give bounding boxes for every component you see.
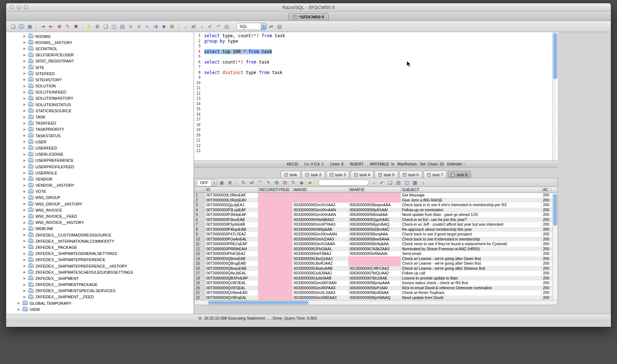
- tree-item-site[interactable]: ▶SITE: [6, 64, 194, 70]
- tree-item-user[interactable]: ▶USER: [6, 139, 194, 145]
- tree-item-zkfedex-shipmatescheduledjobssettings[interactable]: ▶ZKFEDEX__SHIPMATESCHEDULEDJOBSSETTINGS: [6, 269, 194, 275]
- table-cell[interactable]: [258, 286, 293, 291]
- table-cell[interactable]: Check w/ Kevin Tsujihara: [401, 290, 542, 295]
- result-tab-task[interactable]: ×task: [281, 171, 301, 178]
- tree-item-taskpriority[interactable]: ▶TASKPRIORITY: [6, 126, 194, 133]
- disclosure-triangle-icon[interactable]: ▶: [23, 270, 26, 274]
- tree-item-userrole[interactable]: ▶USERROLE: [6, 170, 194, 176]
- tree-item-w50-group-history[interactable]: ▶W50_GROUP__HISTORY: [6, 201, 194, 207]
- result-tab-task-4[interactable]: ×task 4: [350, 171, 374, 178]
- tree-item-sitehistory[interactable]: ▶SITEHISTORY: [6, 77, 194, 83]
- table-cell[interactable]: [258, 198, 293, 203]
- table-cell[interactable]: [349, 261, 401, 266]
- table-cell[interactable]: 200: [542, 222, 551, 227]
- disclosure-triangle-icon[interactable]: ▶: [23, 78, 26, 81]
- scrollbar-thumb[interactable]: [553, 33, 557, 79]
- table-row[interactable]: 1800T3000000QBXPeEAP0033000000Ju9zIAAB00…: [194, 276, 557, 281]
- table-row[interactable]: 1500T3000000Q8rugEAB0033000000JbvRJAAZCh…: [194, 261, 557, 266]
- tree-item-global-temporary[interactable]: ▶GLOBAL TEMPORARY: [6, 300, 194, 306]
- log-icon[interactable]: ▤: [223, 23, 230, 30]
- disclosure-triangle-icon[interactable]: ▶: [23, 171, 26, 174]
- table-cell[interactable]: Follow up call: [401, 271, 542, 276]
- table-list-icon[interactable]: ▤: [276, 23, 283, 30]
- disclosure-triangle-icon[interactable]: ▶: [23, 109, 26, 112]
- tree-item-zkfedex-shipmentpackage[interactable]: ▶ZKFEDEX__SHIPMENTPACKAGE: [6, 282, 194, 288]
- disclosure-triangle-icon[interactable]: ▶: [23, 153, 26, 156]
- tab-close-icon[interactable]: ×: [284, 173, 288, 177]
- sql-editor[interactable]: 1234567891011121314151617181920212223 se…: [194, 32, 558, 161]
- tree-item-zkfedex-shipmategeneralsettings[interactable]: ▶ZKFEDEX__SHIPMATEGENERALSETTINGS: [6, 251, 194, 257]
- table-cell[interactable]: 0033000000H9i0pAAB: [293, 227, 349, 232]
- tree-item-rooms[interactable]: ▶ROOMS: [6, 33, 194, 39]
- edit-cell-icon[interactable]: ✎: [265, 179, 272, 186]
- table-cell[interactable]: 00630000007A3bZAAS: [349, 247, 401, 252]
- comment-icon[interactable]: ≈: [143, 23, 151, 30]
- disclosure-triangle-icon[interactable]: ▶: [23, 35, 26, 38]
- table-cell[interactable]: [258, 295, 293, 300]
- table-cell[interactable]: 006300000058wgmAAA: [349, 203, 401, 208]
- table-cell[interactable]: 0033000000GmXKmAAN: [293, 232, 349, 237]
- table-cell[interactable]: 200: [542, 198, 551, 203]
- format-sql-icon[interactable]: ≡: [127, 23, 134, 30]
- tab-close-icon[interactable]: ×: [293, 15, 297, 19]
- table-cell[interactable]: 006300000058xIaAAA: [349, 212, 401, 217]
- tree-item-solutionhistory[interactable]: ▶SOLUTIONHISTORY: [6, 95, 194, 101]
- table-row[interactable]: 500T3000000P3N4pEAF0033000000GmXHnAAN006…: [194, 212, 557, 217]
- table-cell[interactable]: 200: [542, 266, 551, 271]
- paste-icon[interactable]: ▤: [118, 23, 126, 30]
- table-cell[interactable]: 0033000000Ju9J9AAJ: [293, 271, 349, 276]
- tab-close-icon[interactable]: ×: [378, 173, 382, 177]
- table-cell[interactable]: 200: [542, 261, 551, 266]
- disclosure-triangle-icon[interactable]: ▶: [23, 146, 26, 150]
- table-cell[interactable]: [293, 193, 349, 198]
- disclosure-triangle-icon[interactable]: ▶: [23, 159, 26, 162]
- table-cell[interactable]: 200: [542, 247, 551, 252]
- table-cell[interactable]: 00630000007blc2AAE: [349, 276, 401, 281]
- tree-item-zkfedex-package[interactable]: ▶ZKFEDEX__PACKAGE: [6, 244, 194, 250]
- tree-item-rooms-history[interactable]: ▶ROOMS__HISTORY: [6, 39, 194, 46]
- table-cell[interactable]: Get Massage: [401, 193, 542, 198]
- disclosure-triangle-icon[interactable]: ▶: [23, 97, 26, 100]
- delete-icon[interactable]: ✖: [72, 23, 80, 30]
- tree-item-zkfedex-shipment[interactable]: ▶ZKFEDEX__SHIPMENT: [6, 275, 194, 281]
- tree-item-userlicense[interactable]: ▶USERLICENSE: [6, 151, 194, 157]
- titlebar[interactable]: RazorSQL - SFDCW50 II: [6, 3, 611, 12]
- tree-item-solutionfeed[interactable]: ▶SOLUTIONFEED: [6, 89, 194, 95]
- document-tab-sfdcw50[interactable]: × *SFDCW50 II: [288, 13, 329, 21]
- tree-item-taskfeed[interactable]: ▶TASKFEED: [6, 120, 194, 126]
- table-cell[interactable]: Check nexis to see if they've found a re…: [401, 242, 542, 247]
- table-cell[interactable]: Give Jenn a BIG RAISE: [401, 198, 542, 203]
- result-tab-task-3[interactable]: ×task 3: [326, 171, 349, 178]
- table-cell[interactable]: 006300000058x9qAAA: [349, 242, 401, 247]
- tree-item-taskstatus[interactable]: ▶TASKSTATUS: [6, 133, 194, 139]
- table-cell[interactable]: 006300000058yKhAAI: [349, 208, 401, 213]
- table-row[interactable]: 600T3000000P3tuvEAB0033000000H9aNBAAZ006…: [194, 217, 557, 222]
- go-icon[interactable]: →: [181, 23, 189, 30]
- table-cell[interactable]: 0033000000JbvRJAAZ: [293, 261, 349, 266]
- tree-item-task[interactable]: ▶TASK: [6, 114, 194, 120]
- table-cell[interactable]: 00T3000000QjyJgEAJ: [205, 203, 258, 208]
- table-cell[interactable]: 006300000058ypVAAQ: [349, 222, 401, 227]
- disclosure-triangle-icon[interactable]: ▶: [23, 196, 26, 199]
- table-cell[interactable]: Rick to email David & reference Delmonte…: [401, 286, 542, 291]
- disclosure-triangle-icon[interactable]: ▶: [23, 239, 26, 243]
- table-cell[interactable]: 00T3000000QBXPeEAP: [205, 276, 258, 281]
- undo-icon[interactable]: ↶: [215, 23, 222, 30]
- copy-icon[interactable]: ◫: [110, 23, 118, 30]
- limit-select[interactable]: OFF ▲▼: [197, 179, 217, 186]
- disclosure-triangle-icon[interactable]: ▶: [17, 302, 21, 305]
- table-cell[interactable]: Check back in to see if she's interested…: [401, 203, 542, 208]
- table-row[interactable]: 1200T3000000PRR8rEAH0033000000JFhGlAAL00…: [194, 247, 557, 252]
- table-cell[interactable]: 006300000058yd5AAA: [349, 290, 401, 295]
- tab-close-icon[interactable]: ×: [330, 173, 333, 177]
- table-row[interactable]: 2200T3000000QV9FaEAL0033000000GmXMDAA300…: [194, 295, 557, 300]
- table-cell[interactable]: [258, 237, 293, 242]
- table-cell[interactable]: 200: [542, 256, 551, 261]
- table-cell[interactable]: 0033000000GmXHJAA3: [293, 203, 349, 208]
- table-cell[interactable]: [258, 242, 293, 247]
- table-cell[interactable]: 00T3000000L0RknEAF: [205, 193, 258, 198]
- table-cell[interactable]: [258, 276, 293, 281]
- table-cell[interactable]: 00T3000000PREZaEAP: [205, 242, 258, 247]
- table-row[interactable]: 1600T3000000Q8sauEAB0033000000JbukoAAB00…: [194, 266, 557, 271]
- table-cell[interactable]: 0033000000JbvQzAAJ: [293, 256, 349, 261]
